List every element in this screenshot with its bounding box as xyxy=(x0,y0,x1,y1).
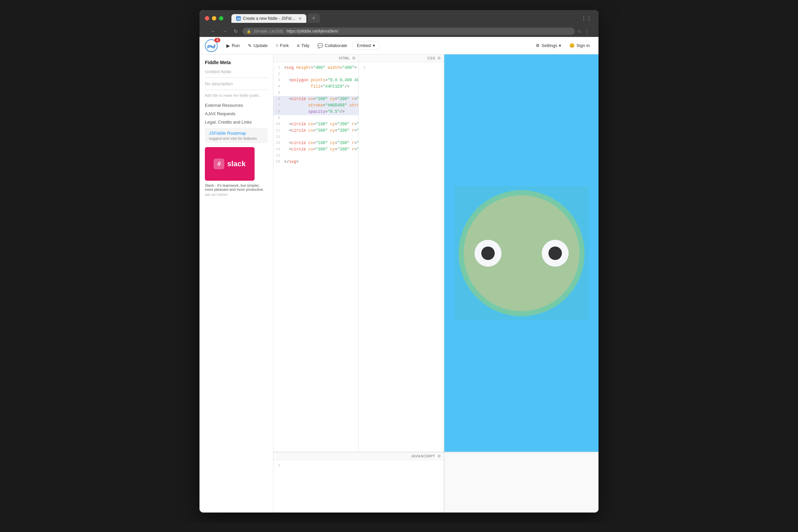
svg-point-8 xyxy=(549,247,562,260)
app-header: 4 ▶ Run ✎ Update ⑂ Fork ≡ Tidy 💬 Collabo… xyxy=(200,37,598,54)
result-panel xyxy=(444,54,598,452)
browser-options-icon[interactable]: ⋮ xyxy=(584,28,589,34)
code-line-5: 5 xyxy=(273,90,358,96)
minimize-button[interactable] xyxy=(212,16,216,20)
nav-forward-button[interactable]: → xyxy=(220,28,229,35)
settings-button[interactable]: ⚙ Settings ▾ xyxy=(532,41,565,50)
js-settings-icon[interactable]: ⚙ xyxy=(437,454,441,458)
ad-image: # slack xyxy=(205,147,254,181)
slack-logo: # slack xyxy=(214,158,246,169)
code-line-6: 6 <circle cx="200" cy="200" r="180" fill… xyxy=(273,96,358,102)
code-line-14: 14 <circle cx="300" cy="200" r="20" fill… xyxy=(273,147,358,153)
code-line-13: 13 <circle cx="100" cy="200" r="20" fill… xyxy=(273,140,358,147)
settings-gear-icon: ⚙ xyxy=(536,43,540,48)
js-editor-header: JAVASCRIPT ⚙ xyxy=(273,452,444,460)
ad-text: Slack - it's teamwork, but simpler, more… xyxy=(205,183,268,191)
code-line-15: 15 xyxy=(273,153,358,159)
js-code-editor[interactable]: 1 xyxy=(273,460,444,513)
svg-text:JS: JS xyxy=(236,17,240,20)
code-line-2: 2 xyxy=(273,71,358,77)
sidebar-item-ajax-requests[interactable]: AJAX Requests xyxy=(205,111,268,116)
signin-button[interactable]: 😊 Sign in xyxy=(566,41,593,50)
fork-button[interactable]: ⑂ Fork xyxy=(272,41,292,50)
code-line-8: 8 opacity="0.5"/> xyxy=(273,109,358,115)
collaborate-icon: 💬 xyxy=(317,43,323,49)
html-editor-header: HTML ⚙ xyxy=(273,54,358,62)
svg-point-7 xyxy=(481,247,495,260)
result-bottom-panel xyxy=(444,452,598,513)
svg-result xyxy=(454,186,589,320)
site-info: JSFiddle, Ltd [GB] xyxy=(253,29,283,33)
sidebar-title: Fiddle Meta xyxy=(205,60,268,65)
lock-icon: 🔒 xyxy=(247,29,251,34)
slack-wordmark: slack xyxy=(227,159,246,168)
sidebar-description[interactable]: No description xyxy=(205,81,268,86)
sidebar-item-external-resources[interactable]: External Resources xyxy=(205,103,268,108)
tab-close-icon[interactable]: ✕ xyxy=(299,17,302,21)
code-line-12: 12 xyxy=(273,134,358,140)
bookmark-icon[interactable]: ☆ xyxy=(577,28,582,34)
run-icon: ▶ xyxy=(226,43,230,49)
new-tab-button[interactable]: + xyxy=(308,14,320,23)
ad-via: ads via Carbon xyxy=(205,193,268,196)
sidebar-roadmap-title: JSFiddle Roadmap xyxy=(209,131,264,136)
code-line-11: 11 <circle cx="300" cy="200" r="40" fill… xyxy=(273,128,358,134)
nav-refresh-button[interactable]: ↻ xyxy=(232,28,240,35)
html-lang-label: HTML xyxy=(339,56,350,60)
logo-area: 4 xyxy=(205,39,217,52)
html-editor-panel: HTML ⚙ 1 <svg height="400" width="400"> xyxy=(273,54,359,452)
browser-menu-icon[interactable]: ⋮⋮ xyxy=(581,15,593,21)
update-icon: ✎ xyxy=(248,43,252,49)
tab-favicon-icon: JS xyxy=(236,16,241,21)
sidebar-roadmap-box[interactable]: JSFiddle Roadmap suggest and vote for fe… xyxy=(205,128,268,143)
embed-button[interactable]: Embed ▾ xyxy=(352,41,380,50)
html-settings-icon[interactable]: ⚙ xyxy=(352,56,356,60)
code-line-10: 10 <circle cx="100" cy="200" r="40" fill… xyxy=(273,121,358,128)
sidebar-public-hint: Add title to make the fiddle public. xyxy=(205,93,268,97)
fork-icon: ⑂ xyxy=(276,43,279,49)
tab-title: Create a new fiddle - JSFiddle xyxy=(243,16,297,21)
browser-tab[interactable]: JS Create a new fiddle - JSFiddle ✕ xyxy=(231,14,306,23)
update-button[interactable]: ✎ Update xyxy=(245,41,271,50)
sidebar: Fiddle Meta Untitled fiddle No descripti… xyxy=(200,54,273,513)
code-line-4: 4 fill="#4FC1E9"/> xyxy=(273,83,358,90)
nav-back-button[interactable]: ← xyxy=(209,28,217,35)
address-url: https://jsfiddle.net/kjkma5km/ xyxy=(286,29,338,34)
code-line-3: 3 <polygon points="0,0 0,400 400,400 400… xyxy=(273,77,358,83)
css-line-1: 1 xyxy=(359,65,444,71)
settings-chevron-icon: ▾ xyxy=(559,43,561,48)
collaborate-button[interactable]: 💬 Collaborate xyxy=(314,41,350,50)
html-code-editor[interactable]: 1 <svg height="400" width="400"> 2 3 xyxy=(273,62,358,452)
sidebar-item-legal[interactable]: Legal, Credits and Links xyxy=(205,119,268,125)
code-line-1: 1 <svg height="400" width="400"> xyxy=(273,65,358,71)
tidy-button[interactable]: ≡ Tidy xyxy=(293,41,313,50)
sidebar-ad[interactable]: # slack Slack - it's teamwork, but simpl… xyxy=(205,147,268,196)
logo-notification-badge: 4 xyxy=(214,38,220,42)
css-editor-panel: CSS ⚙ 1 xyxy=(359,54,444,452)
css-lang-label: CSS xyxy=(427,56,435,60)
maximize-button[interactable] xyxy=(219,16,223,20)
sidebar-divider-1 xyxy=(205,78,268,78)
js-line-1: 1 xyxy=(273,463,444,469)
run-button[interactable]: ▶ Run xyxy=(223,41,243,50)
embed-chevron-icon: ▾ xyxy=(373,43,375,48)
tidy-icon: ≡ xyxy=(297,43,300,49)
address-bar[interactable]: 🔒 JSFiddle, Ltd [GB] https://jsfiddle.ne… xyxy=(243,27,575,35)
code-line-16: 16 </svg> xyxy=(273,159,358,165)
css-settings-icon[interactable]: ⚙ xyxy=(437,56,441,60)
signin-icon: 😊 xyxy=(569,43,575,48)
js-editor-panel: JAVASCRIPT ⚙ 1 xyxy=(273,452,444,513)
code-line-9: 9 xyxy=(273,115,358,121)
css-code-editor[interactable]: 1 xyxy=(359,62,444,452)
slack-hash-icon: # xyxy=(214,158,224,169)
css-editor-header: CSS ⚙ xyxy=(359,54,444,62)
code-line-7: 7 stroke="#A0D468" stroke-width="15" xyxy=(273,102,358,109)
sidebar-fiddle-title[interactable]: Untitled fiddle xyxy=(205,69,268,74)
sidebar-roadmap-desc: suggest and vote for features xyxy=(209,136,264,140)
close-button[interactable] xyxy=(205,16,209,20)
sidebar-divider-2 xyxy=(205,90,268,90)
js-lang-label: JAVASCRIPT xyxy=(411,454,435,458)
